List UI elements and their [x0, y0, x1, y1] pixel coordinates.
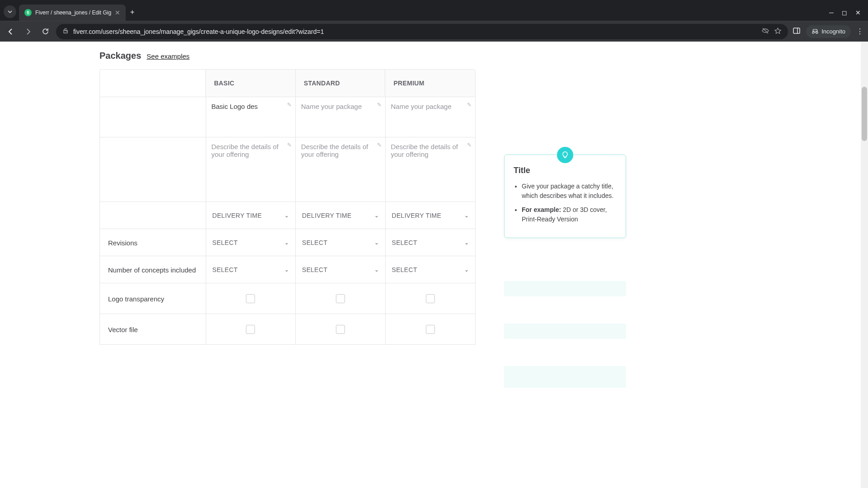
- column-header-premium: PREMIUM: [385, 70, 475, 97]
- basic-name-input[interactable]: [206, 97, 296, 137]
- maximize-button[interactable]: ◻: [842, 9, 847, 16]
- basic-delivery-select[interactable]: DELIVERY TIME⌄: [206, 202, 296, 229]
- premium-revisions-select[interactable]: SELECT⌄: [386, 229, 476, 256]
- scrollbar-thumb[interactable]: [862, 87, 867, 141]
- browser-tab-strip: fi Fiverr / sheena_jones / Edit Gig ✕ + …: [0, 0, 868, 21]
- forward-button[interactable]: [22, 25, 34, 38]
- chevron-down-icon: ⌄: [464, 239, 469, 246]
- side-panel-button[interactable]: [793, 27, 801, 37]
- close-window-button[interactable]: ✕: [855, 9, 861, 16]
- arrow-right-icon: [24, 28, 32, 36]
- chevron-down-icon: ⌄: [284, 239, 289, 246]
- row-label-revisions: Revisions: [100, 229, 206, 256]
- new-tab-button[interactable]: +: [130, 8, 134, 16]
- row-label-description: [100, 137, 206, 202]
- packages-table: BASIC STANDARD PREMIUM ✎ ✎ ✎: [99, 69, 476, 345]
- chevron-down-icon: [7, 9, 13, 14]
- window-controls: ─ ◻ ✕: [829, 9, 861, 16]
- basic-description-input[interactable]: [206, 137, 296, 202]
- column-header-standard: STANDARD: [296, 70, 386, 97]
- fiverr-favicon: fi: [24, 9, 32, 16]
- minimize-button[interactable]: ─: [829, 9, 834, 16]
- chevron-down-icon: ⌄: [284, 212, 289, 219]
- premium-transparency-checkbox[interactable]: [426, 294, 435, 303]
- basic-concepts-select[interactable]: SELECT⌄: [206, 256, 296, 283]
- pencil-icon: ✎: [377, 142, 382, 148]
- browser-tab[interactable]: fi Fiverr / sheena_jones / Edit Gig ✕: [19, 5, 126, 21]
- standard-transparency-checkbox[interactable]: [336, 294, 345, 303]
- site-info-icon[interactable]: [62, 28, 69, 35]
- standard-description-input[interactable]: [296, 137, 385, 202]
- hint-placeholder: [504, 281, 626, 296]
- browser-toolbar: fiverr.com/users/sheena_jones/manage_gig…: [0, 21, 868, 42]
- bookmark-icon[interactable]: [774, 27, 782, 36]
- row-label-vector: Vector file: [100, 314, 206, 345]
- pencil-icon: ✎: [467, 142, 472, 148]
- chevron-down-icon: ⌄: [284, 267, 289, 273]
- incognito-label: Incognito: [821, 28, 845, 35]
- tip-card: Title Give your package a catchy title, …: [504, 155, 626, 238]
- tab-search-button[interactable]: [4, 5, 16, 18]
- premium-name-input[interactable]: [386, 97, 476, 137]
- row-label-name: [100, 97, 206, 137]
- standard-delivery-select[interactable]: DELIVERY TIME⌄: [296, 202, 385, 229]
- basic-vector-checkbox[interactable]: [246, 325, 255, 334]
- premium-concepts-select[interactable]: SELECT⌄: [386, 256, 476, 283]
- packages-heading: Packages: [99, 51, 141, 61]
- back-button[interactable]: [5, 25, 17, 38]
- eye-off-icon[interactable]: [761, 27, 769, 36]
- basic-transparency-checkbox[interactable]: [246, 294, 255, 303]
- svg-rect-0: [793, 28, 800, 33]
- hint-placeholder: [504, 366, 626, 388]
- standard-vector-checkbox[interactable]: [336, 325, 345, 334]
- basic-revisions-select[interactable]: SELECT⌄: [206, 229, 296, 256]
- reload-button[interactable]: [39, 25, 52, 38]
- browser-menu-button[interactable]: ⋮: [856, 27, 863, 36]
- chevron-down-icon: ⌄: [464, 212, 469, 219]
- standard-concepts-select[interactable]: SELECT⌄: [296, 256, 385, 283]
- row-label-delivery: [100, 202, 206, 229]
- lightbulb-icon: [557, 147, 573, 163]
- chevron-down-icon: ⌄: [374, 239, 379, 246]
- incognito-badge[interactable]: Incognito: [806, 25, 851, 38]
- chevron-down-icon: ⌄: [374, 212, 379, 219]
- pencil-icon: ✎: [287, 102, 292, 108]
- pencil-icon: ✎: [377, 102, 382, 108]
- reload-icon: [42, 28, 49, 35]
- row-label-concepts: Number of concepts included: [100, 256, 206, 283]
- premium-vector-checkbox[interactable]: [426, 325, 435, 334]
- standard-name-input[interactable]: [296, 97, 385, 137]
- tip-bullet-2: For example: 2D or 3D cover, Print-Ready…: [522, 205, 617, 224]
- standard-revisions-select[interactable]: SELECT⌄: [296, 229, 385, 256]
- premium-delivery-select[interactable]: DELIVERY TIME⌄: [386, 202, 476, 229]
- chevron-down-icon: ⌄: [464, 267, 469, 273]
- chevron-down-icon: ⌄: [374, 267, 379, 273]
- arrow-left-icon: [7, 28, 15, 36]
- tip-title: Title: [514, 166, 617, 175]
- tab-title: Fiverr / sheena_jones / Edit Gig: [35, 9, 111, 16]
- tip-bullet-1: Give your package a catchy title, which …: [522, 182, 617, 201]
- scrollbar-track[interactable]: [861, 42, 868, 488]
- incognito-icon: [811, 28, 819, 35]
- faded-hint-placeholders: [504, 281, 626, 415]
- pencil-icon: ✎: [287, 142, 292, 148]
- pencil-icon: ✎: [467, 102, 472, 108]
- table-header-blank: [100, 70, 206, 97]
- url-text: fiverr.com/users/sheena_jones/manage_gig…: [73, 28, 757, 35]
- see-examples-link[interactable]: See examples: [146, 52, 189, 60]
- hint-placeholder: [504, 324, 626, 339]
- premium-description-input[interactable]: [386, 137, 476, 202]
- row-label-transparency: Logo transparency: [100, 283, 206, 314]
- page-viewport: Packages See examples BASIC STANDARD PRE…: [0, 42, 868, 488]
- close-tab-button[interactable]: ✕: [115, 9, 120, 16]
- address-bar[interactable]: fiverr.com/users/sheena_jones/manage_gig…: [56, 24, 788, 39]
- column-header-basic: BASIC: [206, 70, 296, 97]
